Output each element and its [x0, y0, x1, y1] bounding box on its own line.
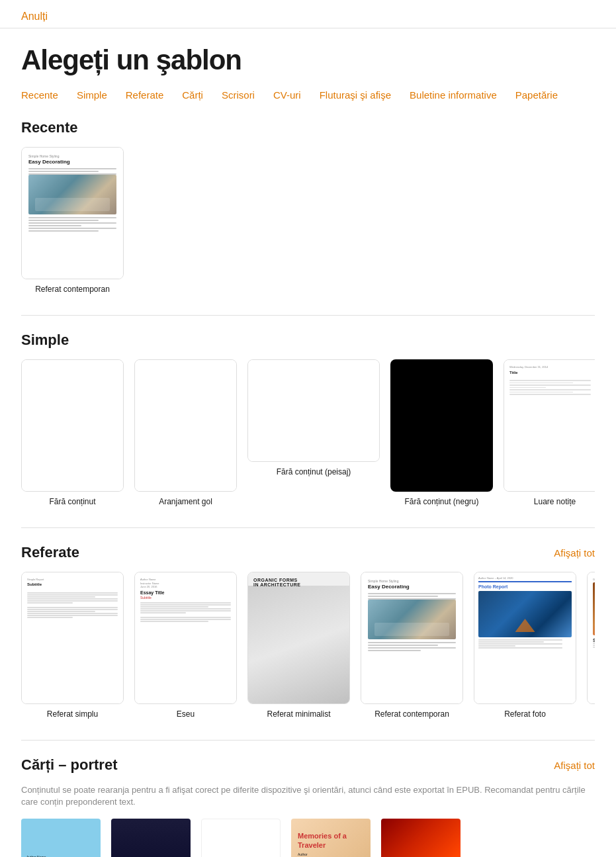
- show-all-carti-button[interactable]: Afişați tot: [554, 760, 595, 771]
- pr-line-4: [478, 645, 515, 647]
- cancel-button[interactable]: Anulți: [21, 11, 48, 23]
- notes-thumb-content: Wednesday, December 31, 2014 Title: [504, 360, 595, 491]
- rt-simplu-title: Subtitle: [27, 582, 118, 586]
- rs-line-5: [27, 600, 118, 602]
- template-referat-simplu[interactable]: Simple Report Subtitle: [21, 572, 124, 719]
- rt-body-c3: [368, 647, 456, 649]
- tab-fluturasi[interactable]: Fluturaşi şi afişe: [320, 89, 391, 101]
- essay-line-5: [140, 610, 231, 611]
- tab-papetarie[interactable]: Papetărie: [515, 89, 558, 101]
- template-author-name-eternal[interactable]: Tip or click to add a heading Author Nam…: [201, 819, 281, 857]
- rt-line-2: [28, 171, 99, 172]
- rt-body-c4: [368, 650, 421, 651]
- rt-body-line-6: [28, 230, 99, 232]
- rt-line-c2: [368, 596, 438, 597]
- template-referat-contemporan2[interactable]: Simple Home Styling Easy Decorating: [361, 572, 463, 719]
- tab-buletine[interactable]: Buletine informative: [410, 89, 497, 101]
- pr-photo: [478, 591, 572, 637]
- page-title: Alegeți un şablon: [21, 44, 595, 76]
- book-thumb-author: Tip or click to add a heading Author Nam…: [201, 819, 281, 857]
- template-label-aranjament-gol: Aranjament gol: [159, 497, 212, 506]
- pr-title: Photo Report: [478, 584, 572, 589]
- rs-line-11: [27, 615, 118, 616]
- show-all-referate-button[interactable]: Afişați tot: [554, 547, 595, 559]
- rt-header: Simple Home Styling: [28, 154, 116, 158]
- carti-templates-row: Author Name Desert Dunes Desert Dunes Ur…: [21, 819, 595, 857]
- rt-body-line-3: [28, 222, 116, 224]
- section-header-referate: Referate Afişați tot: [21, 544, 595, 561]
- template-eseu[interactable]: Author Name Instructor NameJune 20, 2016…: [134, 572, 237, 719]
- template-thumb-foto: Author Name – April 14, 2020 Photo Repor…: [474, 572, 576, 704]
- template-shatter[interactable]: SHATTERIN THE Shatter in the...: [381, 819, 461, 857]
- section-header-simple: Simple: [21, 332, 595, 349]
- template-label-fara-continut: Fără conținut: [49, 497, 95, 506]
- template-fara-continut-negru[interactable]: Fără conținut (negru): [390, 359, 493, 506]
- template-label-referat-contemporan: Referat contemporan: [35, 285, 110, 294]
- notes-line-3: [509, 384, 591, 386]
- section-recente: Recente Simple Home Styling Easy Decorat…: [21, 119, 595, 294]
- book-thumb-desert: Author Name Desert Dunes: [21, 819, 101, 857]
- template-urna-semper[interactable]: Urna Semper Urna Semper Urna Semper: [111, 819, 191, 857]
- template-thumb-eseu: Author Name Instructor NameJune 20, 2016…: [134, 572, 237, 704]
- template-desert-dunes[interactable]: Author Name Desert Dunes Desert Dunes: [21, 819, 101, 857]
- rt-body-lines: [28, 217, 116, 232]
- section-title-referate: Referate: [21, 544, 79, 561]
- blank-thumb-white: [22, 360, 123, 491]
- tab-simple[interactable]: Simple: [77, 89, 107, 101]
- tab-scrisori[interactable]: Scrisori: [222, 89, 255, 101]
- rs-line-6: [27, 602, 73, 604]
- template-label-minimalist: Referat minimalist: [267, 709, 330, 719]
- section-header-recente: Recente: [21, 119, 595, 136]
- geology-header: Geology 101 Rep...: [593, 578, 595, 581]
- essay-line-7: [140, 617, 231, 618]
- section-header-carti: Cărți – portret Afişați tot: [21, 756, 595, 774]
- recent-thumb-content: Simple Home Styling Easy Decorating: [22, 148, 123, 279]
- book-thumb-memories: Memories of a Traveler Author: [291, 819, 371, 857]
- category-tabs: Recente Simple Referate Cărți Scrisori C…: [21, 89, 595, 101]
- tab-referate[interactable]: Referate: [126, 89, 164, 101]
- template-fara-continut-peisaj[interactable]: Fără conținut (peisaj): [247, 359, 380, 506]
- rt-body-lines-2: [368, 642, 456, 651]
- template-fara-continut[interactable]: Fără conținut: [21, 359, 124, 506]
- section-title-carti: Cărți – portret: [21, 756, 117, 774]
- geology-image: [593, 582, 595, 635]
- rt-body-line-5: [28, 228, 116, 229]
- pr-author: Author Name – April 14, 2020: [478, 576, 572, 580]
- section-carti: Cărți – portret Afişați tot Conținutul s…: [21, 756, 595, 857]
- template-referat-minimalist[interactable]: ORGANIC FORMSIN ARCHITECTURE Referat min…: [247, 572, 350, 719]
- book-thumb-shatter: SHATTERIN THE: [381, 819, 461, 857]
- pr-header-line: [478, 581, 572, 582]
- tab-carti[interactable]: Cărți: [182, 89, 203, 101]
- essay-author: Author Name: [140, 578, 231, 581]
- essay-thumb-content: Author Name Instructor NameJune 20, 2016…: [135, 572, 236, 703]
- recent-thumb-contemporan2: Simple Home Styling Easy Decorating: [361, 572, 462, 703]
- template-label-negru: Fără conținut (negru): [404, 497, 478, 506]
- pr-line-1: [478, 639, 562, 641]
- tab-cv-uri[interactable]: CV-uri: [273, 89, 301, 101]
- arch-thumb-content: ORGANIC FORMSIN ARCHITECTURE: [248, 572, 349, 703]
- essay-line-6: [140, 612, 186, 613]
- rt-header-2: Simple Home Styling: [368, 579, 456, 583]
- template-luare-notite[interactable]: Wednesday, December 31, 2014 Title Luare…: [504, 359, 595, 506]
- template-thumb-peisaj: [247, 359, 380, 462]
- rt-body-line-2: [28, 220, 99, 221]
- tab-recente[interactable]: Recente: [21, 89, 58, 101]
- template-memories[interactable]: Memories of a Traveler Author Memories o…: [291, 819, 371, 857]
- notes-title: Title: [509, 371, 595, 375]
- template-lucrare-de-s[interactable]: Geology 101 Rep... Subtitle Title... Luc…: [587, 572, 595, 719]
- photo-report-thumb-content: Author Name – April 14, 2020 Photo Repor…: [474, 572, 576, 703]
- rt-decorating-image: [28, 175, 116, 214]
- essay-title: Essay Title: [140, 590, 231, 595]
- rs-line-10: [27, 613, 118, 614]
- memories-title-text: Memories of a Traveler: [298, 832, 364, 849]
- template-referat-foto[interactable]: Author Name – April 14, 2020 Photo Repor…: [474, 572, 576, 719]
- template-referat-contemporan[interactable]: Simple Home Styling Easy Decorating: [21, 147, 124, 294]
- simple-templates-row: Fără conținut Aranjament gol Fără conțin…: [21, 359, 595, 506]
- template-aranjament-gol[interactable]: Aranjament gol: [134, 359, 237, 506]
- pr-line-5: [478, 647, 562, 649]
- template-thumb-referat-contemporan: Simple Home Styling Easy Decorating: [21, 147, 124, 279]
- section-title-simple: Simple: [21, 332, 69, 349]
- pr-lines: [478, 639, 572, 649]
- memories-author-text: Author: [298, 852, 364, 856]
- rs-line-8: [27, 609, 118, 610]
